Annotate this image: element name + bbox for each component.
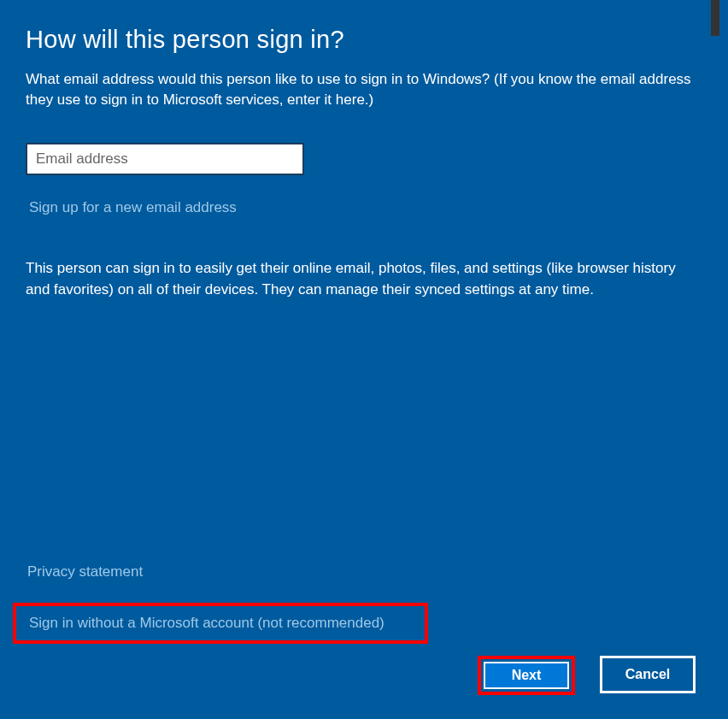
cancel-button[interactable]: Cancel (600, 656, 696, 693)
signup-link[interactable]: Sign up for a new email address (29, 199, 237, 216)
bottom-links: Privacy statement (27, 563, 143, 581)
privacy-link[interactable]: Privacy statement (27, 563, 143, 581)
signin-without-link[interactable]: Sign in without a Microsoft account (not… (29, 615, 385, 632)
dialog-heading: How will this person sign in? (26, 26, 694, 54)
scrollbar[interactable] (711, 0, 719, 36)
signin-dialog: How will this person sign in? What email… (0, 0, 719, 719)
info-text: This person can sign in to easily get th… (26, 257, 694, 301)
button-row: Next Cancel (478, 656, 696, 695)
dialog-description: What email address would this person lik… (26, 69, 694, 110)
email-input[interactable] (26, 143, 304, 175)
next-highlight: Next (478, 656, 575, 695)
signin-without-highlight: Sign in without a Microsoft account (not… (13, 603, 428, 644)
next-button[interactable]: Next (484, 662, 569, 689)
